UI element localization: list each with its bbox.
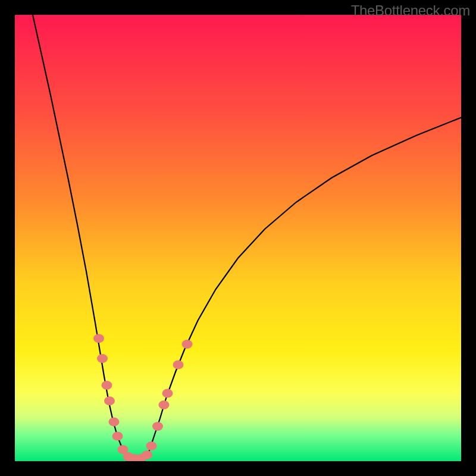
scatter-dot bbox=[97, 354, 108, 363]
scatter-dot bbox=[182, 340, 193, 349]
scatter-dot bbox=[159, 400, 170, 409]
watermark-text: TheBottleneck.com bbox=[351, 2, 470, 19]
plot-area bbox=[15, 15, 461, 461]
scatter-dot bbox=[146, 441, 157, 450]
scatter-dot bbox=[102, 381, 112, 390]
curve-left-branch bbox=[33, 15, 130, 458]
scatter-dot bbox=[104, 396, 115, 405]
scatter-dot bbox=[93, 334, 104, 343]
curve-right-branch bbox=[145, 118, 461, 458]
scatter-dot bbox=[109, 418, 120, 427]
chart-overlay bbox=[15, 15, 461, 461]
scatter-dot bbox=[162, 389, 173, 398]
chart-frame: TheBottleneck.com bbox=[0, 0, 476, 476]
scatter-dot bbox=[142, 450, 152, 459]
scatter-dot bbox=[152, 422, 163, 431]
scatter-dot bbox=[173, 361, 184, 369]
scatter-dots bbox=[93, 334, 193, 461]
scatter-dot bbox=[112, 432, 123, 441]
